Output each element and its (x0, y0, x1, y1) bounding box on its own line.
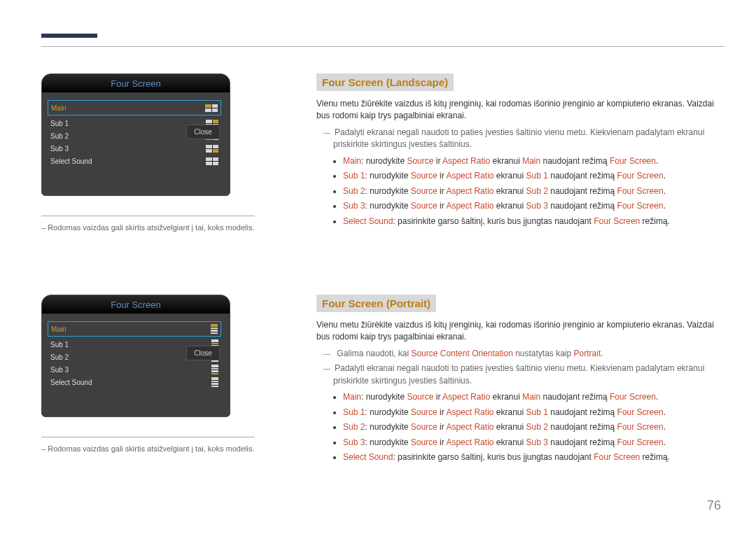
note-line: Padalyti ekranai negali naudoti to patie… (316, 363, 722, 387)
list-item: Select Sound: pasirinkite garso šaltinį,… (343, 214, 722, 230)
osd-item-main[interactable]: Main (48, 321, 221, 337)
list-item: Main: nurodykite Source ir Aspect Ratio … (343, 154, 722, 169)
layout-icon (211, 377, 218, 387)
osd-item-sub3[interactable]: Sub 3 (48, 142, 221, 155)
section-para: Vienu metu žiūrėkite vaizdus iš kitų įre… (316, 319, 722, 344)
list-item: Sub 1: nurodykite Source ir Aspect Ratio… (343, 169, 722, 184)
list-item: Sub 2: nurodykite Source ir Aspect Ratio… (343, 184, 722, 199)
section-heading: Four Screen (Landscape) (316, 73, 454, 91)
bullet-list-landscape: Main: nurodykite Source ir Aspect Ratio … (316, 154, 722, 230)
list-item: Sub 1: nurodykite Source ir Aspect Ratio… (343, 405, 722, 421)
page-number: 76 (707, 498, 721, 513)
osd-portrait-figure: Four Screen Main Sub 1 Sub 2 Sub 3 (41, 295, 293, 453)
osd-item-label: Sub 3 (50, 366, 69, 374)
osd-panel-portrait: Four Screen Main Sub 1 Sub 2 Sub 3 (41, 295, 230, 417)
layout-icon (206, 157, 218, 165)
note-line-orientation: Galima naudoti, kai Source Content Orien… (316, 348, 722, 360)
layout-icon (211, 365, 218, 374)
layout-icon (211, 324, 218, 334)
layout-icon (205, 104, 218, 112)
osd-item-select-sound[interactable]: Select Sound (48, 376, 221, 388)
osd-item-label: Main (51, 104, 66, 112)
osd-item-label: Sub 2 (50, 353, 69, 361)
close-button[interactable]: Close (186, 125, 220, 139)
osd-item-label: Sub 3 (50, 145, 69, 153)
note-line: Padalyti ekranai negali naudoti to patie… (316, 127, 722, 151)
osd-title: Four Screen (42, 295, 230, 314)
osd-item-select-sound[interactable]: Select Sound (48, 155, 221, 167)
osd-item-label: Main (51, 325, 66, 333)
section-portrait: Four Screen (Portrait) Vienu metu žiūrėk… (316, 295, 722, 465)
osd-landscape-figure: Four Screen Main Sub 1 Sub 2 Sub 3 (41, 73, 293, 232)
list-item: Sub 3: nurodykite Source ir Aspect Ratio… (343, 199, 722, 214)
osd-item-label: Sub 1 (50, 120, 69, 127)
image-disclaimer: – Rodomas vaizdas gali skirtis atsižvelg… (41, 216, 255, 232)
bullet-list-portrait: Main: nurodykite Source ir Aspect Ratio … (316, 390, 722, 465)
osd-title: Four Screen (42, 74, 230, 93)
image-disclaimer: – Rodomas vaizdas gali skirtis atsižvelg… (41, 437, 255, 453)
close-button[interactable]: Close (186, 346, 220, 360)
header-rule (41, 46, 724, 47)
section-landscape: Four Screen (Landscape) Vienu metu žiūrė… (316, 73, 722, 230)
osd-item-label: Sub 2 (50, 132, 69, 140)
list-item: Sub 3: nurodykite Source ir Aspect Ratio… (343, 435, 722, 451)
list-item: Sub 2: nurodykite Source ir Aspect Ratio… (343, 420, 722, 435)
osd-item-label: Sub 1 (50, 341, 69, 349)
layout-icon (206, 145, 218, 153)
osd-item-main[interactable]: Main (48, 100, 221, 115)
list-item: Select Sound: pasirinkite garso šaltinį,… (343, 450, 722, 465)
osd-item-label: Select Sound (50, 379, 92, 386)
osd-panel-landscape: Four Screen Main Sub 1 Sub 2 Sub 3 (41, 73, 230, 196)
header-accent-bar (41, 34, 97, 38)
osd-item-sub3[interactable]: Sub 3 (48, 363, 221, 376)
section-para: Vienu metu žiūrėkite vaizdus iš kitų įre… (316, 98, 722, 122)
osd-item-label: Select Sound (50, 157, 92, 165)
list-item: Main: nurodykite Source ir Aspect Ratio … (343, 390, 722, 405)
section-heading: Four Screen (Portrait) (316, 295, 436, 312)
